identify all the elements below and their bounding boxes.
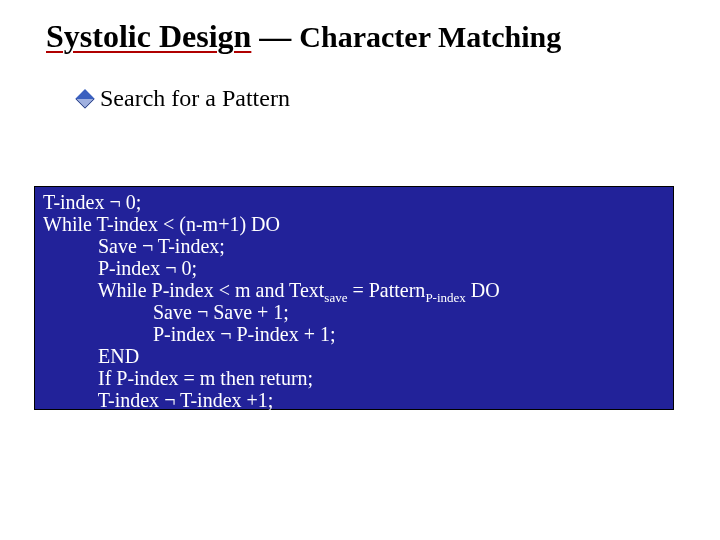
code-line-3: Save ¬ T-index; [43,235,665,257]
code-line-8: END [43,345,665,367]
pseudocode-box: T-index ¬ 0; While T-index < (n-m+1) DO … [34,186,674,410]
subscript-pindex: P-index [425,290,465,305]
code-line-6: Save ¬ Save + 1; [43,301,665,323]
code-line-5: While P-index < m and Textsave = Pattern… [43,279,665,301]
bullet-row: Search for a Pattern [78,85,290,112]
slide-title: Systolic Design — Character Matching [46,18,561,55]
title-sub: Character Matching [299,20,561,53]
subscript-save: save [324,290,347,305]
code-line-4: P-index ¬ 0; [43,257,665,279]
assign-arrow-icon: ¬ [197,301,208,323]
assign-arrow-icon: ¬ [164,389,175,411]
slide: Systolic Design — Character Matching Sea… [0,0,720,540]
code-line-11: END [43,411,665,433]
diamond-bullet-icon [75,89,95,109]
assign-arrow-icon: ¬ [165,257,176,279]
bullet-text: Search for a Pattern [100,85,290,112]
title-main: Systolic Design [46,18,251,54]
code-line-9: If P-index = m then return; [43,367,665,389]
code-line-2: While T-index < (n-m+1) DO [43,213,665,235]
code-line-7: P-index ¬ P-index + 1; [43,323,665,345]
assign-arrow-icon: ¬ [109,191,120,213]
assign-arrow-icon: ¬ [142,235,153,257]
code-line-10: T-index ¬ T-index +1; [43,389,665,411]
title-separator: — [251,18,299,54]
code-line-1: T-index ¬ 0; [43,191,665,213]
assign-arrow-icon: ¬ [220,323,231,345]
